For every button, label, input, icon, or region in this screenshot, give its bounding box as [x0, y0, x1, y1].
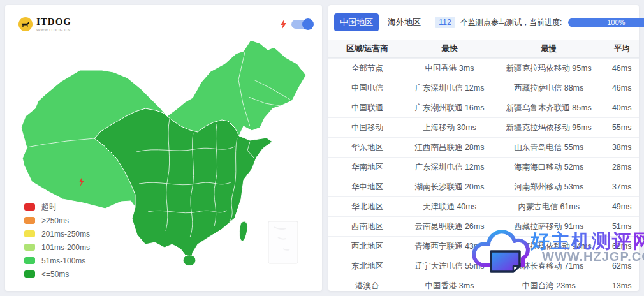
cell-region: 港澳台 [328, 281, 406, 292]
table-header-row: 区域/运营商 最快 最慢 平均 [328, 40, 639, 58]
legend-item: 超时 [24, 200, 90, 214]
cell-average: 38ms [604, 143, 639, 152]
cell-region: 华东地区 [328, 142, 406, 153]
cell-slowest: 新疆克拉玛依移动 95ms [493, 63, 604, 74]
legend-label: <=50ms [41, 270, 69, 279]
cell-fastest: 上海移动 30ms [406, 122, 493, 133]
cell-slowest: 海南海口移动 52ms [493, 162, 604, 173]
table-row: 西南地区 云南昆明联通 26ms 西藏拉萨移动 91ms 51ms [328, 216, 639, 236]
table-row: 港澳台 中国香港 3ms 中国台湾 23ms 13ms [328, 276, 639, 295]
cell-average: 55ms [604, 123, 639, 132]
cell-region: 东北地区 [328, 261, 406, 272]
cell-region: 全部节点 [328, 63, 406, 74]
result-panel: 中国地区 海外地区 112 个监测点参与测试，当前进度: 100% 区域/运营商… [328, 5, 639, 291]
status-text: 个监测点参与测试，当前进度: [460, 17, 562, 28]
table-row: 华东地区 江西南昌联通 28ms 山东青岛电信 55ms 38ms [328, 137, 639, 157]
legend-swatch-gt250 [24, 217, 35, 224]
legend-swatch-101-200 [24, 244, 35, 251]
cell-region: 华中地区 [328, 182, 406, 193]
cell-region: 华北地区 [328, 202, 406, 212]
legend-item: 51ms-100ms [24, 254, 90, 267]
legend-item: 201ms-250ms [24, 227, 90, 241]
latency-legend: 超时 >250ms 201ms-250ms 101ms-200ms 51ms-1… [24, 200, 90, 281]
map-panel: ITDOG WWW.ITDOG.CN 超时 >250ms 201ms-250ms… [5, 5, 322, 291]
table-row: 中国联通 广东潮州联通 16ms 新疆乌鲁木齐联通 85ms 40ms [328, 98, 639, 117]
col-header-slowest: 最慢 [493, 43, 604, 54]
logo-subtitle: WWW.ITDOG.CN [36, 28, 71, 32]
table-row: 中国移动 上海移动 30ms 新疆克拉玛依移动 95ms 55ms [328, 117, 639, 137]
map-region-hainan[interactable] [183, 255, 196, 266]
toggle-knob [302, 18, 314, 30]
south-china-sea-inset [268, 221, 298, 263]
cell-region: 西北地区 [328, 241, 406, 252]
cell-fastest: 湖南长沙联通 20ms [406, 182, 493, 193]
legend-swatch-51-100 [24, 257, 35, 264]
cell-region: 中国电信 [328, 83, 406, 94]
speed-mode-toggle[interactable] [291, 20, 313, 29]
cell-slowest: 新疆克拉玛依移动 94ms [493, 241, 604, 252]
progress-fill: 100% [568, 18, 644, 27]
cell-fastest: 江西南昌联通 28ms [406, 142, 493, 153]
legend-item: 101ms-200ms [24, 241, 90, 254]
cell-fastest: 天津联通 40ms [406, 202, 493, 212]
cell-average: 37ms [604, 182, 639, 191]
itdog-logo[interactable]: ITDOG WWW.ITDOG.CN [18, 17, 71, 32]
col-header-average: 平均 [604, 43, 639, 54]
legend-label: 101ms-200ms [41, 243, 90, 252]
table-row: 全部节点 中国香港 3ms 新疆克拉玛依移动 95ms 46ms [328, 58, 639, 78]
cell-average: 49ms [604, 202, 639, 211]
col-header-fastest: 最快 [406, 43, 493, 54]
legend-swatch-lte50 [24, 270, 35, 278]
cell-slowest: 新疆乌鲁木齐联通 85ms [493, 103, 604, 114]
cell-region: 中国联通 [328, 103, 406, 114]
table-row: 华北地区 天津联通 40ms 内蒙古电信 61ms 49ms [328, 196, 639, 216]
cell-slowest: 吉林长春移动 71ms [493, 261, 604, 272]
cell-slowest: 中国台湾 23ms [493, 281, 604, 292]
cell-fastest: 辽宁大连电信 55ms [406, 261, 493, 272]
logo-title: ITDOG [36, 17, 71, 27]
progress-bar: 100% [568, 18, 644, 27]
table-row: 中国电信 广东深圳电信 12ms 西藏拉萨电信 88ms 46ms [328, 78, 639, 98]
lightning-icon [280, 19, 287, 29]
cell-fastest: 青海西宁联通 43ms [406, 241, 493, 252]
cell-fastest: 中国香港 3ms [406, 63, 493, 74]
cell-fastest: 云南昆明联通 26ms [406, 221, 493, 232]
legend-swatch-timeout [24, 204, 35, 211]
cell-fastest: 广东深圳电信 12ms [406, 83, 493, 94]
cell-average: 62ms [604, 262, 639, 270]
legend-label: 201ms-250ms [41, 230, 90, 239]
cell-region: 中国移动 [328, 122, 406, 133]
cell-average: 46ms [604, 64, 639, 73]
cell-average: 62ms [604, 242, 639, 251]
cell-slowest: 新疆克拉玛依移动 95ms [493, 122, 604, 133]
cell-average: 13ms [604, 281, 639, 290]
cell-average: 46ms [604, 84, 639, 93]
map-region-taiwan[interactable] [240, 221, 248, 241]
table-row: 华南地区 广东深圳电信 12ms 海南海口移动 52ms 28ms [328, 157, 639, 177]
legend-label: >250ms [41, 216, 69, 225]
tab-china-region[interactable]: 中国地区 [334, 13, 379, 31]
table-row: 西北地区 青海西宁联通 43ms 新疆克拉玛依移动 94ms 62ms [328, 236, 639, 256]
legend-swatch-201-250 [24, 230, 35, 237]
tab-overseas-region[interactable]: 海外地区 [384, 13, 425, 31]
monitor-count-badge: 112 [435, 17, 455, 28]
cell-average: 51ms [604, 222, 639, 231]
cell-region: 华南地区 [328, 162, 406, 173]
dog-icon [18, 17, 33, 32]
cell-slowest: 西藏拉萨电信 88ms [493, 83, 604, 94]
legend-item: >250ms [24, 214, 90, 227]
latency-table: 区域/运营商 最快 最慢 平均 全部节点 中国香港 3ms 新疆克拉玛依移动 9… [328, 40, 639, 295]
result-header: 中国地区 海外地区 112 个监测点参与测试，当前进度: 100% [328, 5, 639, 40]
cell-slowest: 西藏拉萨移动 91ms [493, 221, 604, 232]
cell-fastest: 广东深圳电信 12ms [406, 162, 493, 173]
cell-average: 28ms [604, 163, 639, 172]
table-body: 全部节点 中国香港 3ms 新疆克拉玛依移动 95ms 46ms 中国电信 广东… [328, 58, 639, 295]
cell-slowest: 河南郑州移动 53ms [493, 182, 604, 193]
cell-average: 40ms [604, 103, 639, 112]
cell-fastest: 中国香港 3ms [406, 281, 493, 292]
cell-fastest: 广东潮州联通 16ms [406, 103, 493, 114]
legend-label: 超时 [41, 202, 57, 212]
cell-slowest: 内蒙古电信 61ms [493, 202, 604, 212]
table-row: 东北地区 辽宁大连电信 55ms 吉林长春移动 71ms 62ms [328, 256, 639, 276]
cell-region: 西南地区 [328, 221, 406, 232]
